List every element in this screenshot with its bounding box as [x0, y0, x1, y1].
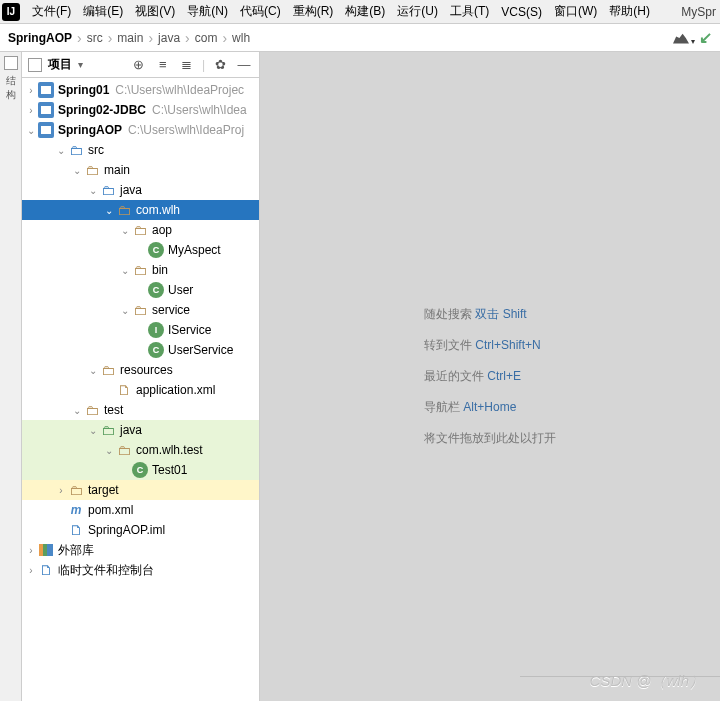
tree-interface[interactable]: IIService [22, 320, 259, 340]
gear-icon[interactable]: ✿ [211, 56, 229, 74]
menu-edit[interactable]: 编辑(E) [77, 1, 129, 23]
tree-class[interactable]: CUser [22, 280, 259, 300]
editor-empty-area[interactable]: 随处搜索 双击 Shift 转到文件 Ctrl+Shift+N 最近的文件 Ct… [260, 52, 720, 701]
welcome-hints: 随处搜索 双击 Shift 转到文件 Ctrl+Shift+N 最近的文件 Ct… [424, 299, 556, 455]
test-folder-icon: 🗀 [100, 422, 116, 438]
module-icon [38, 102, 54, 118]
breadcrumb-item[interactable]: java [158, 31, 180, 45]
menu-vcs[interactable]: VCS(S) [495, 1, 548, 23]
class-icon: C [148, 342, 164, 358]
scratch-icon: 🗋 [38, 562, 54, 578]
tree-folder[interactable]: ›🗀target [22, 480, 259, 500]
breadcrumb-item[interactable]: com [195, 31, 218, 45]
shortcut-label: Alt+Home [463, 400, 516, 414]
tree-package[interactable]: ⌄🗀service [22, 300, 259, 320]
tool-window-strip: 结构 [0, 52, 22, 701]
class-icon: C [148, 282, 164, 298]
breadcrumb-bar: SpringAOP › src › main › java › com › wl… [0, 24, 720, 52]
structure-tool-icon[interactable]: 结构 [6, 74, 16, 102]
xml-file-icon: 🗋 [116, 382, 132, 398]
package-icon: 🗀 [116, 202, 132, 218]
iml-file-icon: 🗋 [68, 522, 84, 538]
tree-class[interactable]: CUserService [22, 340, 259, 360]
project-sidebar: 项目 ▾ ⊕ ≡ ≣ | ✿ — ›Spring01C:\Users\wlh\I… [22, 52, 260, 701]
library-icon [38, 542, 54, 558]
chevron-right-icon: › [222, 31, 227, 45]
class-icon: C [148, 242, 164, 258]
chevron-down-icon[interactable]: ▾ [78, 59, 83, 70]
tree-folder[interactable]: ⌄🗀java [22, 420, 259, 440]
package-icon: 🗀 [132, 302, 148, 318]
folder-icon: 🗀 [84, 162, 100, 178]
tree-package[interactable]: ⌄🗀com.wlh.test [22, 440, 259, 460]
menu-window[interactable]: 窗口(W) [548, 1, 603, 23]
sidebar-header: 项目 ▾ ⊕ ≡ ≣ | ✿ — [22, 52, 259, 78]
breadcrumb-item[interactable]: main [117, 31, 143, 45]
tree-scratches[interactable]: ›🗋临时文件和控制台 [22, 560, 259, 580]
tree-folder[interactable]: ⌄🗀src [22, 140, 259, 160]
tree-folder[interactable]: ⌄🗀test [22, 400, 259, 420]
menu-refactor[interactable]: 重构(R) [287, 1, 340, 23]
expand-all-icon[interactable]: ≡ [154, 56, 172, 74]
tree-package[interactable]: ⌄🗀bin [22, 260, 259, 280]
maven-icon: m [68, 502, 84, 518]
class-icon: C [132, 462, 148, 478]
package-icon: 🗀 [132, 222, 148, 238]
update-icon[interactable]: ↙ [699, 28, 712, 47]
menu-tools[interactable]: 工具(T) [444, 1, 495, 23]
folder-icon: 🗀 [68, 482, 84, 498]
user-icon[interactable]: ▾ [673, 30, 691, 46]
tree-class[interactable]: CTest01 [22, 460, 259, 480]
minimize-icon[interactable]: — [235, 56, 253, 74]
tree-external-libs[interactable]: ›外部库 [22, 540, 259, 560]
project-tree[interactable]: ›Spring01C:\Users\wlh\IdeaProjec ›Spring… [22, 78, 259, 701]
tree-folder[interactable]: ⌄🗀java [22, 180, 259, 200]
chevron-right-icon: › [185, 31, 190, 45]
chevron-right-icon: › [148, 31, 153, 45]
tree-module[interactable]: ›Spring02-JDBCC:\Users\wlh\Idea [22, 100, 259, 120]
interface-icon: I [148, 322, 164, 338]
sidebar-title[interactable]: 项目 [48, 56, 72, 73]
chevron-right-icon: › [108, 31, 113, 45]
resources-folder-icon: 🗀 [100, 362, 116, 378]
tree-package[interactable]: ⌄🗀aop [22, 220, 259, 240]
source-folder-icon: 🗀 [100, 182, 116, 198]
breadcrumb-item[interactable]: wlh [232, 31, 250, 45]
project-view-icon[interactable] [28, 58, 42, 72]
watermark-label: CSDN @（wlh） [590, 672, 704, 691]
menu-help[interactable]: 帮助(H) [603, 1, 656, 23]
chevron-right-icon: › [77, 31, 82, 45]
shortcut-label: Ctrl+E [487, 369, 521, 383]
menu-navigate[interactable]: 导航(N) [181, 1, 234, 23]
menu-run[interactable]: 运行(U) [391, 1, 444, 23]
project-name-label: MySpr [681, 5, 720, 19]
collapse-all-icon[interactable]: ≣ [178, 56, 196, 74]
tree-class[interactable]: CMyAspect [22, 240, 259, 260]
menu-build[interactable]: 构建(B) [339, 1, 391, 23]
tree-module[interactable]: ›Spring01C:\Users\wlh\IdeaProjec [22, 80, 259, 100]
tree-file[interactable]: 🗋application.xml [22, 380, 259, 400]
package-icon: 🗀 [116, 442, 132, 458]
status-divider [520, 676, 720, 677]
breadcrumb-item[interactable]: src [87, 31, 103, 45]
menu-code[interactable]: 代码(C) [234, 1, 287, 23]
menu-bar: IJ 文件(F) 编辑(E) 视图(V) 导航(N) 代码(C) 重构(R) 构… [0, 0, 720, 24]
tree-folder[interactable]: ⌄🗀resources [22, 360, 259, 380]
folder-icon: 🗀 [84, 402, 100, 418]
breadcrumb-root[interactable]: SpringAOP [8, 31, 72, 45]
folder-icon: 🗀 [68, 142, 84, 158]
module-icon [38, 82, 54, 98]
menu-view[interactable]: 视图(V) [129, 1, 181, 23]
tree-module[interactable]: ⌄SpringAOPC:\Users\wlh\IdeaProj [22, 120, 259, 140]
tree-file[interactable]: mpom.xml [22, 500, 259, 520]
tree-package-selected[interactable]: ⌄🗀com.wlh [22, 200, 259, 220]
tool-window-icon[interactable] [4, 56, 18, 70]
tree-file[interactable]: 🗋SpringAOP.iml [22, 520, 259, 540]
module-icon [38, 122, 54, 138]
menu-file[interactable]: 文件(F) [26, 1, 77, 23]
shortcut-label: 双击 Shift [475, 307, 526, 321]
shortcut-label: Ctrl+Shift+N [475, 338, 540, 352]
tree-folder[interactable]: ⌄🗀main [22, 160, 259, 180]
app-logo-icon: IJ [2, 3, 20, 21]
locate-icon[interactable]: ⊕ [130, 56, 148, 74]
